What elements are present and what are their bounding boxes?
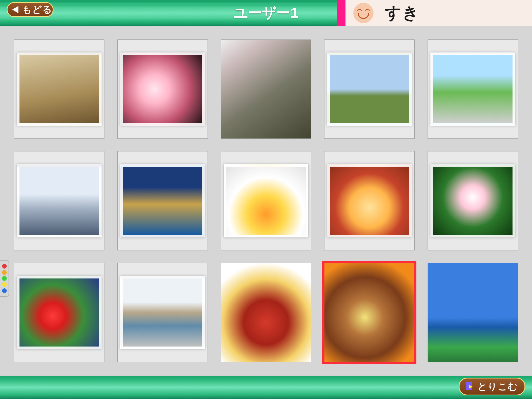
color-dot-blue[interactable]: [2, 288, 7, 293]
mood-panel[interactable]: すき: [345, 0, 532, 26]
app-header: もどる ユーザー1 すき: [0, 0, 532, 26]
photo-image: [17, 164, 101, 237]
mood-label: すき: [385, 2, 420, 24]
photo-thumb[interactable]: [324, 39, 415, 139]
photo-image: [17, 276, 101, 349]
photo-thumb[interactable]: [14, 263, 104, 362]
photo-thumb[interactable]: [428, 151, 518, 250]
photo-thumb[interactable]: [117, 151, 208, 250]
photo-image: [428, 263, 518, 362]
color-dot-red[interactable]: [2, 264, 7, 269]
photo-thumb[interactable]: [221, 151, 311, 250]
photo-image: [17, 52, 101, 125]
color-dot-orange[interactable]: [2, 270, 7, 275]
photo-image: [120, 164, 205, 237]
app-footer: とりこむ: [0, 376, 532, 399]
photo-image: [430, 52, 515, 125]
photo-thumb[interactable]: [14, 39, 104, 139]
color-dot-yellow[interactable]: [2, 282, 7, 287]
import-button[interactable]: とりこむ: [459, 378, 525, 395]
photo-image: [430, 164, 515, 237]
photo-image: [224, 164, 308, 237]
import-icon: [466, 382, 475, 391]
photo-image: [327, 52, 411, 125]
back-icon: [12, 6, 18, 13]
photo-image: [120, 276, 205, 349]
photo-image: [327, 164, 411, 237]
color-dot-green[interactable]: [2, 276, 7, 281]
photo-gallery: [0, 26, 532, 376]
back-button[interactable]: もどる: [7, 2, 54, 17]
photo-image: [221, 40, 311, 138]
photo-image: [324, 263, 414, 362]
photo-thumb[interactable]: [14, 151, 104, 250]
photo-thumb[interactable]: [324, 263, 415, 362]
photo-thumb[interactable]: [428, 39, 518, 139]
photo-thumb[interactable]: [221, 39, 311, 139]
photo-image: [221, 263, 311, 362]
smile-face-icon: [353, 3, 374, 23]
color-palette-tab[interactable]: [0, 260, 9, 297]
import-label: とりこむ: [477, 380, 518, 393]
photo-thumb[interactable]: [117, 263, 208, 362]
photo-thumb[interactable]: [428, 263, 518, 362]
mood-accent-bar: [337, 0, 345, 26]
back-label: もどる: [22, 3, 52, 16]
photo-thumb[interactable]: [221, 263, 311, 362]
photo-image: [120, 52, 205, 125]
photo-thumb[interactable]: [117, 39, 208, 139]
photo-thumb[interactable]: [324, 151, 415, 250]
